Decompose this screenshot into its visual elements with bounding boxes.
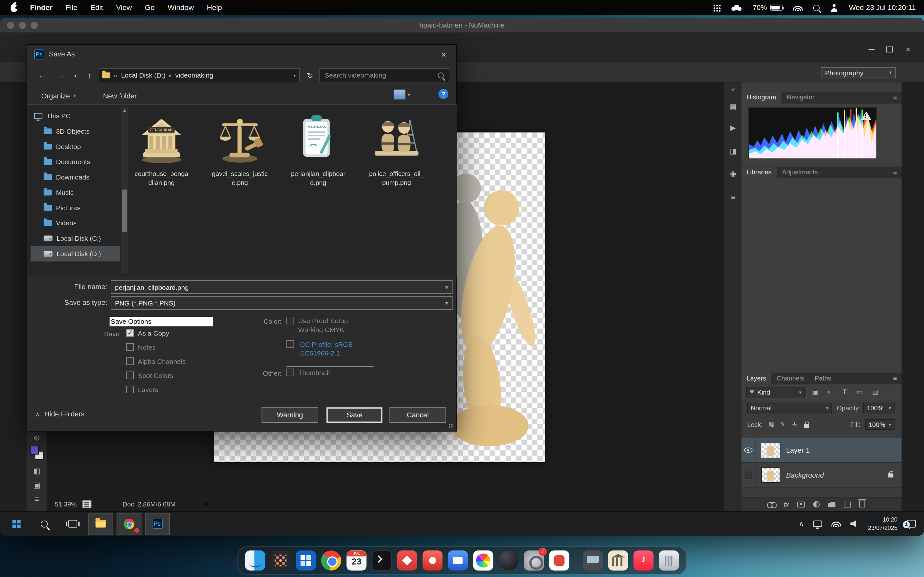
scroll-up-icon[interactable]: ▲ [121, 107, 128, 114]
sidebar-item-local-disk-d[interactable]: Local Disk (D:) [31, 246, 120, 261]
dialog-close-button[interactable]: × [436, 48, 451, 61]
layer-visibility-toggle[interactable] [741, 463, 756, 487]
tab-histogram[interactable]: Histogram [741, 92, 782, 104]
file-name-input[interactable] [111, 284, 441, 290]
alpha-channels-checkbox[interactable]: Alpha Channels [126, 358, 186, 366]
task-view-button[interactable] [60, 513, 85, 535]
foreground-color-swatch[interactable] [30, 446, 39, 455]
layer-name[interactable]: Layer 1 [786, 446, 810, 454]
panel-menu-icon[interactable]: ≡ [893, 373, 901, 385]
taskbar-file-explorer[interactable] [89, 513, 113, 535]
new-layer-icon[interactable] [843, 501, 851, 507]
warning-button[interactable]: Warning [262, 408, 318, 423]
recent-locations-dropdown[interactable]: ▾ [71, 69, 80, 82]
action-center-icon[interactable]: 1 [907, 520, 916, 528]
collapsed-panel-icon-3[interactable]: ◨ [724, 147, 742, 155]
sidebar-item-desktop[interactable]: Desktop [31, 139, 120, 154]
lock-pixels-icon[interactable]: ✎ [780, 421, 785, 427]
new-folder-button[interactable]: New folder [103, 92, 137, 100]
breadcrumb-drive[interactable]: Local Disk (D:) [121, 72, 165, 79]
organize-button[interactable]: Organize▾ [41, 92, 76, 100]
show-hidden-icons[interactable]: ∧ [799, 520, 804, 528]
dock-icon-music[interactable] [633, 550, 653, 570]
change-view-button[interactable] [394, 89, 405, 99]
document-info-icon[interactable] [82, 500, 91, 508]
battery-status[interactable]: 70% [753, 3, 783, 12]
collapse-panels-icon[interactable]: « [724, 85, 742, 93]
sidebar-item-pictures[interactable]: Pictures [31, 200, 120, 215]
address-bar[interactable]: « Local Disk (D:) ▸ videomaking ▾ [98, 68, 300, 82]
filter-shape-icon[interactable]: ▭ [857, 388, 863, 396]
screen-mode-icon[interactable]: ▣ [27, 480, 47, 490]
collapsed-panel-icon-1[interactable]: ▤ [724, 103, 742, 111]
cancel-button[interactable]: Cancel [389, 408, 446, 423]
nomachine-titlebar[interactable]: hpaio-batmen - NoMachine [0, 18, 924, 33]
apple-menu-icon[interactable] [11, 4, 17, 11]
lock-transparency-icon[interactable]: ▩ [768, 421, 774, 427]
edit-toolbar-icon[interactable]: ≡ [27, 495, 47, 504]
checkbox-icon[interactable] [286, 369, 294, 376]
fill-dropdown[interactable]: 100% ▾ [865, 419, 895, 430]
filter-smart-object-icon[interactable]: ▤ [872, 388, 878, 396]
file-item-gavel-scales[interactable]: gavel_scales_justice.png [212, 111, 268, 187]
link-layers-icon[interactable] [767, 502, 775, 507]
refresh-button[interactable]: ↻ [303, 69, 317, 82]
sidebar-scrollbar[interactable]: ▲ [121, 107, 128, 274]
thumbnail-checkbox[interactable]: Thumbnail [286, 369, 330, 377]
tab-layers[interactable]: Layers [741, 373, 772, 385]
wifi-icon[interactable] [793, 5, 803, 11]
sidebar-item-documents[interactable]: Documents [31, 154, 120, 169]
filter-type-icon[interactable]: T [843, 388, 846, 395]
layer-thumbnail[interactable] [761, 442, 780, 458]
display-tray-icon[interactable] [813, 521, 822, 527]
status-expand-icon[interactable]: ▶ [205, 500, 210, 508]
minimize-button[interactable] [863, 44, 880, 55]
network-tray-icon[interactable] [831, 521, 841, 527]
new-group-icon[interactable] [828, 502, 835, 507]
icc-profile-checkbox[interactable]: ICC Profile: sRGB IEC61966-2.1 [286, 340, 364, 358]
volume-tray-icon[interactable] [850, 520, 859, 527]
blend-mode-dropdown[interactable]: Normal ▾ [747, 403, 832, 413]
search-box[interactable] [319, 68, 450, 82]
scrollbar-thumb[interactable] [122, 189, 128, 232]
dock-icon-finder[interactable] [245, 550, 265, 570]
dock-icon-launchpad[interactable] [270, 550, 290, 570]
minimize-traffic-light[interactable] [19, 22, 26, 29]
spot-colors-checkbox[interactable]: Spot Colors [126, 372, 173, 380]
file-name-field[interactable]: ▾ [111, 280, 452, 293]
histogram-warning-icon[interactable] [861, 111, 871, 120]
sidebar-item-local-disk-c[interactable]: Local Disk (C:) [31, 231, 120, 246]
dropdown-arrow-icon[interactable]: ▾ [441, 284, 452, 290]
kind-filter-dropdown[interactable]: Kind ▾ [746, 387, 805, 398]
layer-row-layer1[interactable]: Layer 1 [741, 438, 902, 463]
dropdown-arrow-icon[interactable]: ▾ [441, 300, 452, 306]
menubar-app-name[interactable]: Finder [30, 3, 53, 12]
dock-icon-photos[interactable] [473, 550, 493, 570]
zoom-tool-icon[interactable]: ⊕ [27, 434, 47, 442]
checkbox-icon[interactable] [286, 340, 294, 348]
save-type-field[interactable]: PNG (*.PNG;*.PNS) ▾ [111, 296, 452, 309]
layer-thumbnail[interactable] [761, 467, 780, 482]
taskbar-clock[interactable]: 10:20 23/07/2025 [868, 516, 897, 532]
hide-folders-button[interactable]: ∧ Hide Folders [35, 410, 84, 418]
workspace-selector[interactable]: Photography ▾ [821, 67, 896, 78]
file-item-perjanjian-clipboard[interactable]: PERJANJIAN perjanjian_clipboard.png [290, 111, 347, 187]
taskbar-chrome[interactable] [117, 513, 142, 535]
dock-icon-calendar[interactable]: JUL 23 [347, 550, 367, 570]
layer-name[interactable]: Background [786, 471, 824, 479]
save-button[interactable]: Save [326, 408, 383, 423]
app-grid-icon[interactable] [713, 4, 721, 11]
dock-icon-blue-doc-app[interactable] [448, 550, 468, 570]
forward-button[interactable]: → [54, 69, 68, 82]
sidebar-item-3d-objects[interactable]: 3D Objects [31, 124, 120, 139]
sidebar-item-videos[interactable]: Videos [31, 215, 120, 231]
view-dropdown-icon[interactable]: ▾ [408, 92, 410, 98]
dock-icon-screen-share[interactable] [583, 550, 603, 570]
zoom-level[interactable]: 51,39% [55, 500, 77, 508]
tab-libraries[interactable]: Libraries [741, 167, 777, 179]
checkbox-icon[interactable] [126, 372, 134, 379]
zoom-traffic-light[interactable] [31, 22, 38, 29]
layer-row-background[interactable]: Background [741, 463, 902, 488]
filter-pixel-icon[interactable]: ▣ [812, 388, 818, 396]
dock-icon-red-circle-app[interactable] [423, 550, 443, 570]
